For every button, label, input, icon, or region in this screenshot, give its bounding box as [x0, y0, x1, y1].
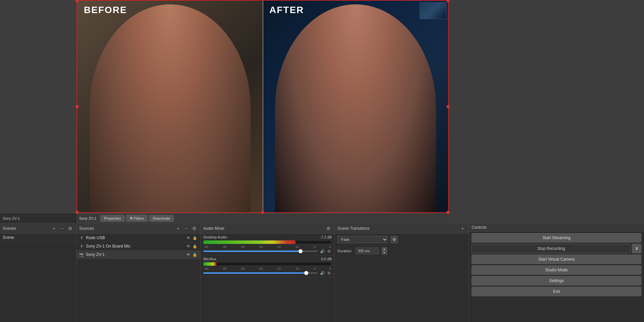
controls-panel: Controls Start Streaming Stop Recording …: [469, 223, 644, 322]
desktop-audio-slider[interactable]: [203, 251, 318, 252]
source-rode-eye[interactable]: 👁: [185, 235, 191, 240]
duration-spinbox: ▲ ▼: [382, 247, 387, 255]
sources-add-button[interactable]: +: [175, 225, 181, 232]
mic-aux-mute[interactable]: 🔊: [320, 270, 325, 276]
desktop-audio-controls: 🔊 ⚙: [320, 249, 332, 254]
scenes-settings-button[interactable]: ⚙: [67, 225, 73, 232]
preview-divider: [263, 1, 263, 212]
before-label: BEFORE: [84, 5, 127, 15]
transitions-panel-header: Scene Transitions +: [335, 223, 469, 234]
selected-source-name: Sony ZV-1: [79, 216, 96, 220]
corner-thumbnail: [420, 2, 446, 19]
mic-aux-meter-bar: [204, 262, 216, 266]
scene-label-strip: Sony ZV-1: [0, 213, 76, 223]
source-sony-zv1-controls: 👁 🔒: [185, 252, 198, 257]
handle-middle-right[interactable]: [446, 105, 450, 108]
duration-label: Duration: [337, 249, 352, 253]
desktop-audio-settings[interactable]: ⚙: [326, 249, 332, 254]
scenes-remove-button[interactable]: −: [59, 225, 65, 232]
mic-aux-meter-labels: -60-40-30-20-15-10-50: [203, 267, 332, 270]
source-sony-mic-lock[interactable]: 🔒: [192, 244, 198, 249]
bottom-panels: Scenes + − ⚙ Scene Sources + − ⚙ 🎙 Rode …: [0, 223, 644, 322]
filter-icon: ⊞: [130, 216, 133, 220]
sources-remove-button[interactable]: −: [183, 225, 190, 232]
mic-aux-db: 0.0 dB: [321, 257, 332, 261]
properties-button[interactable]: Properties: [100, 215, 124, 222]
source-sony-mic-label: Sony ZV-1 On Board Mic: [86, 244, 130, 249]
settings-button[interactable]: Settings: [472, 276, 641, 285]
scenes-add-button[interactable]: +: [51, 225, 57, 232]
audio-header-label: Audio Mixer: [203, 226, 224, 231]
left-sidebar: [0, 0, 76, 223]
transition-duration-row: Duration ▲ ▼: [335, 245, 469, 257]
source-item-rode[interactable]: 🎙 Rode USB 👁 🔒: [76, 234, 200, 242]
source-rode-lock[interactable]: 🔒: [192, 235, 198, 240]
transition-type-select[interactable]: Fade: [337, 236, 388, 243]
pause-recording-button[interactable]: ⏸: [632, 244, 641, 253]
mic-aux-channel: Mic/Aux 0.0 dB -60-40-30-20-15-10-50 🔊 ⚙: [201, 256, 334, 277]
source-sony-zv1-lock[interactable]: 🔒: [192, 252, 198, 257]
duration-input[interactable]: [356, 248, 379, 254]
transitions-header-label: Scene Transitions: [337, 226, 369, 231]
deactivate-button[interactable]: Deactivate: [149, 215, 174, 222]
controls-header-label: Controls: [472, 225, 487, 230]
mic-icon-rode: 🎙: [79, 235, 84, 240]
desktop-audio-db: -7.2 dB: [320, 235, 332, 239]
start-virtual-camera-button[interactable]: Start Virtual Camera: [472, 255, 641, 264]
desktop-audio-slider-row: 🔊 ⚙: [203, 249, 332, 254]
sources-header-label: Sources: [79, 226, 94, 231]
desktop-audio-slider-thumb[interactable]: [299, 249, 303, 253]
transition-settings-button[interactable]: ⚙: [390, 236, 398, 243]
mic-aux-label: Mic/Aux: [203, 257, 216, 261]
stop-recording-button[interactable]: Stop Recording: [472, 244, 631, 253]
source-item-sony-mic[interactable]: 🎙 Sony ZV-1 On Board Mic 👁 🔒: [76, 242, 200, 251]
mic-aux-header: Mic/Aux 0.0 dB: [203, 257, 332, 261]
source-sony-zv1-eye[interactable]: 👁: [185, 252, 191, 257]
filters-button[interactable]: ⊞ Filters: [126, 215, 148, 222]
mic-aux-meter: [203, 262, 332, 266]
mic-aux-slider-thumb[interactable]: [304, 271, 308, 275]
desktop-audio-channel: Desktop Audio -7.2 dB -60-40-30-20-15-10…: [201, 234, 334, 256]
mic-aux-settings[interactable]: ⚙: [326, 270, 332, 276]
sources-panel-header: Sources + − ⚙: [76, 223, 200, 234]
handle-bottom-left[interactable]: [75, 211, 79, 214]
after-label: AFTER: [269, 5, 304, 15]
scene-item[interactable]: Scene: [0, 234, 76, 241]
duration-down[interactable]: ▼: [382, 251, 387, 255]
studio-mode-button[interactable]: Studio Mode: [472, 265, 641, 275]
desktop-audio-meter-labels: -60-40-30-20-15-10-50: [203, 245, 332, 249]
source-rode-controls: 👁 🔒: [185, 235, 198, 240]
mic-aux-slider[interactable]: [203, 272, 318, 274]
stop-recording-row: Stop Recording ⏸: [472, 244, 641, 253]
source-rode-label: Rode USB: [86, 235, 105, 240]
audio-panel-header: Audio Mixer ⚙: [201, 223, 334, 234]
mic-aux-slider-fill: [203, 272, 306, 274]
preview-before: BEFORE: [77, 1, 263, 212]
scenes-panel-header: Scenes + − ⚙: [0, 223, 76, 234]
desktop-audio-mute[interactable]: 🔊: [320, 249, 325, 254]
desktop-audio-label: Desktop Audio: [203, 235, 227, 239]
sources-settings-button[interactable]: ⚙: [191, 225, 198, 232]
handle-bottom-right[interactable]: [446, 211, 450, 214]
desktop-audio-meter: [203, 240, 332, 244]
source-sony-mic-eye[interactable]: 👁: [185, 244, 191, 249]
source-sony-mic-controls: 👁 🔒: [185, 244, 198, 249]
source-item-sony-zv1[interactable]: 📷 Sony ZV-1 👁 🔒: [76, 251, 200, 259]
start-streaming-button[interactable]: Start Streaming: [472, 233, 641, 243]
handle-middle-left[interactable]: [75, 105, 79, 108]
scene-label-text: Sony ZV-1: [3, 216, 20, 220]
handle-bottom-middle[interactable]: [261, 211, 264, 214]
scenes-header-label: Scenes: [3, 226, 16, 231]
person-after: [275, 4, 436, 212]
camera-icon-sony: 📷: [79, 252, 84, 257]
transition-type-row: Fade ⚙: [335, 234, 469, 245]
scenes-panel: Scenes + − ⚙ Scene: [0, 223, 76, 322]
mic-aux-controls: 🔊 ⚙: [320, 270, 332, 276]
transitions-add-button[interactable]: +: [459, 225, 466, 232]
audio-settings-button[interactable]: ⚙: [325, 225, 332, 232]
exit-button[interactable]: Exit: [472, 287, 641, 296]
desktop-audio-meter-bar: [204, 240, 296, 244]
duration-up[interactable]: ▲: [382, 247, 387, 251]
controls-panel-header: Controls: [469, 223, 644, 232]
source-sony-zv1-label: Sony ZV-1: [86, 252, 105, 257]
